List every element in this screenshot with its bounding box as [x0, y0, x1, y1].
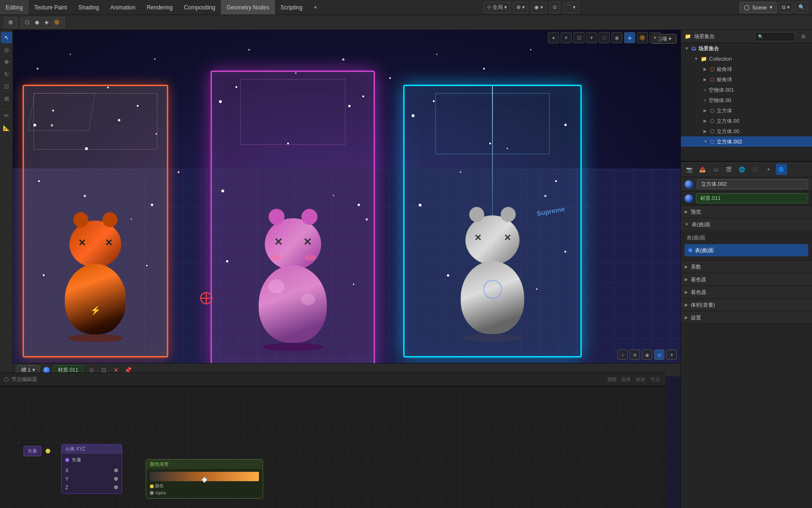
- measure-tool[interactable]: 📐: [1, 122, 12, 134]
- scene-prop-icon[interactable]: 🎬: [723, 164, 734, 175]
- outliner-collection[interactable]: ▼ 📁 Collection: [681, 54, 812, 64]
- xyz-separate-node[interactable]: 分离 XYZ 矢量 X Y Z: [61, 444, 122, 494]
- outliner-item-1[interactable]: ▶ ⬡ 棱角球: [681, 74, 812, 85]
- add-menu[interactable]: 添加: [634, 377, 647, 382]
- shader-2-header[interactable]: ▶ 着色器: [681, 286, 812, 298]
- pivot-group[interactable]: ⊙: [549, 2, 560, 13]
- window-controls[interactable]: ⧉ ▾: [779, 2, 793, 13]
- outliner-item-0[interactable]: ▶ ⬡ 棱角球: [681, 64, 812, 74]
- overlay-sphere-icon[interactable]: ●: [548, 32, 559, 43]
- cursor-tool[interactable]: ◎: [1, 44, 12, 56]
- outliner-item-2[interactable]: ○ 空物体.001: [681, 85, 812, 95]
- scale-tool[interactable]: ⊡: [1, 81, 12, 92]
- scene-selector[interactable]: ⬡ Scene ▾: [740, 2, 777, 13]
- viewport-dropdown-icon[interactable]: ▾: [666, 349, 677, 360]
- particles-prop-icon[interactable]: ✦: [763, 164, 774, 175]
- item-label: 棱角球: [717, 76, 732, 83]
- object-prop-icon[interactable]: ⬡: [750, 164, 761, 175]
- viewport[interactable]: ✕ ✕ ⚡: [13, 30, 680, 376]
- right-sparkle-4: [555, 180, 557, 182]
- surface-active-item[interactable]: 表(曲)面: [685, 244, 808, 256]
- eye-right-pink: ✕: [303, 236, 312, 248]
- menu-animation[interactable]: Animation: [105, 0, 141, 15]
- material-preview-btn[interactable]: ◈: [43, 19, 50, 26]
- annotate-tool[interactable]: ✏: [1, 110, 12, 121]
- empty-icon: ○: [703, 87, 707, 93]
- outliner-search[interactable]: 🔍: [755, 32, 796, 41]
- shader2-arrow: ▶: [685, 290, 688, 294]
- right-panel: 📁 场景集合 🔍 ⊞ ▼ 🗂 场景集合 ▼ 📁 Collection: [680, 30, 812, 508]
- world-prop-icon[interactable]: 🌐: [736, 164, 748, 175]
- surface-header[interactable]: ▼ 表(曲)面: [681, 218, 812, 230]
- outliner-scene-collection[interactable]: ▼ 🗂 场景集合: [681, 43, 812, 54]
- outliner-filter-btn[interactable]: ⊞: [798, 32, 808, 42]
- editor-search[interactable]: 🔍: [795, 2, 808, 13]
- ear-left-pink: [268, 209, 284, 225]
- select-menu[interactable]: 选择: [619, 377, 632, 382]
- rendered-btn[interactable]: 🔆: [52, 19, 62, 26]
- gizmo-icon[interactable]: ⊡: [573, 32, 585, 43]
- menu-compositing[interactable]: Compositing: [179, 0, 221, 15]
- render-mode-rendered[interactable]: 🔆: [637, 32, 648, 43]
- volume-header[interactable]: ▶ 体积(音量): [681, 299, 812, 311]
- outliner-item-7-selected[interactable]: ▼ ⬡ 立方体.002: [681, 136, 812, 147]
- menu-scripting[interactable]: Scripting: [275, 0, 308, 15]
- menu-texture-paint[interactable]: Texture Paint: [29, 0, 73, 15]
- viewport-mode-btn[interactable]: ⊞: [7, 19, 15, 26]
- shading-tools[interactable]: ⬡ ◉ ◈ 🔆: [20, 17, 65, 28]
- menu-geometry-nodes[interactable]: Geometry Nodes: [221, 0, 275, 15]
- render-prop-icon[interactable]: 📷: [684, 164, 695, 175]
- add-workspace-button[interactable]: +: [308, 0, 323, 15]
- outliner-item-5[interactable]: ▶ ⬡ 立方体.00: [681, 116, 812, 126]
- menu-rendering[interactable]: Rendering: [141, 0, 178, 15]
- viewport-overlay-active[interactable]: ◎: [654, 349, 664, 360]
- xyz-x-row: X: [65, 466, 118, 475]
- select-tool[interactable]: ↖: [1, 32, 12, 43]
- render-mode-wireframe[interactable]: □: [599, 32, 610, 43]
- render-mode-solid[interactable]: ◉: [611, 32, 623, 43]
- object-name-display[interactable]: 立方体.002: [697, 179, 808, 189]
- overlay-arrow-icon[interactable]: ▾: [561, 32, 572, 43]
- preview-header[interactable]: ▶ 预览: [681, 206, 812, 218]
- eye-left-orange: ✕: [78, 237, 86, 248]
- viewport-transform-icon[interactable]: ⊹: [617, 349, 628, 360]
- node-menu[interactable]: 节点: [648, 377, 662, 382]
- outliner-item-4[interactable]: ▶ ⬡ 立方体: [681, 105, 812, 116]
- gizmo-arrow-icon[interactable]: ▾: [586, 32, 597, 43]
- outliner-item-6[interactable]: ▶ ⬡ 立方体.00: [681, 126, 812, 136]
- properties-panel: 📷 📤 🗂 🎬 🌐 ⬡ ✦ 🔵 立方体.002 材质.011 ▶ 预览: [681, 162, 812, 508]
- volume-arrow: ▶: [685, 302, 688, 307]
- warp-group[interactable]: ⌒ ▾: [563, 2, 579, 13]
- ramp-gradient-bar[interactable]: [150, 472, 259, 481]
- viewport-overlay-icon[interactable]: ◉: [642, 349, 652, 360]
- transform-group[interactable]: ⊹ 全局 ▾: [484, 2, 510, 13]
- render-mode-arrow[interactable]: ▾: [649, 32, 661, 43]
- rotate-tool[interactable]: ↻: [1, 69, 12, 80]
- coefficient-header[interactable]: ▶ 系数: [681, 261, 812, 273]
- solid-btn[interactable]: ◉: [33, 19, 41, 26]
- viewport-overlay-tools[interactable]: ⊞: [4, 17, 17, 28]
- viewport-snap-icon[interactable]: ⊕: [630, 349, 640, 360]
- move-tool[interactable]: ✥: [1, 56, 12, 68]
- settings-header[interactable]: ▶ 设置: [681, 311, 812, 324]
- output-prop-icon[interactable]: 📤: [697, 164, 708, 175]
- transform-tool[interactable]: ⊞: [1, 93, 12, 104]
- shader-1-header[interactable]: ▶ 着色器: [681, 273, 812, 286]
- color-ramp-node[interactable]: 颜色渐变 颜色 Alpha: [146, 459, 263, 499]
- menu-editing[interactable]: Editing: [0, 0, 29, 15]
- color-ramp-title: 颜色渐变: [146, 460, 263, 469]
- bear-white: ✕ ✕: [461, 215, 524, 342]
- proportional-group[interactable]: ◉ ▾: [531, 2, 547, 13]
- surface-content: 表(曲)面 表(曲)面: [681, 230, 812, 260]
- view-menu[interactable]: 视图: [605, 377, 618, 382]
- material-prop-icon[interactable]: 🔵: [776, 164, 787, 175]
- wireframe-btn[interactable]: ⬡: [23, 19, 31, 26]
- mid-sparkle-4: [362, 95, 364, 97]
- viewlayer-prop-icon[interactable]: 🗂: [710, 164, 721, 175]
- material-name-field[interactable]: 材质.011: [696, 193, 808, 203]
- render-mode-material[interactable]: ◈: [624, 32, 635, 43]
- outliner-item-3[interactable]: ○ 空物体.00: [681, 95, 812, 105]
- snap-group[interactable]: ⊕ ▾: [513, 2, 528, 13]
- ramp-stop-1[interactable]: [201, 476, 208, 483]
- menu-shading[interactable]: Shading: [73, 0, 105, 15]
